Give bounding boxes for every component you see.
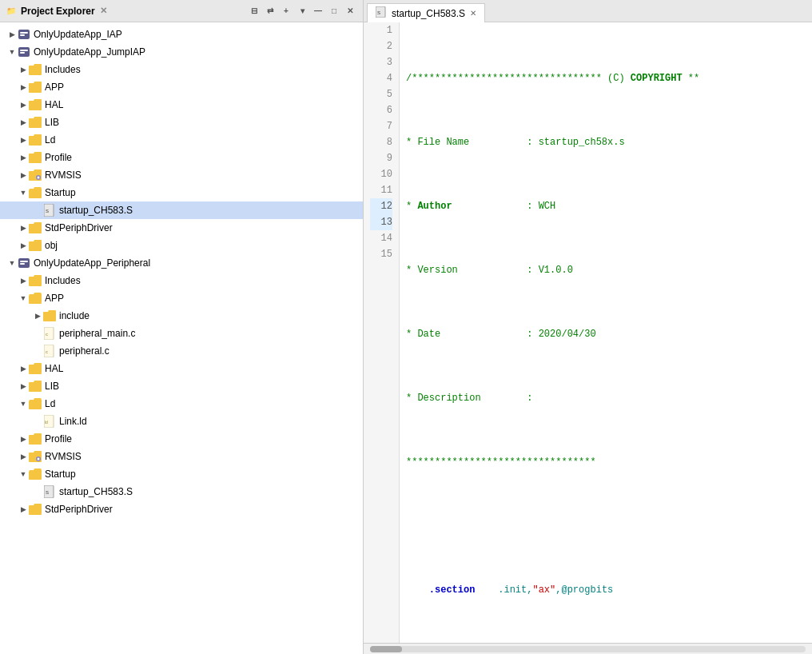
toggle-rvmsis-2[interactable]: ▶ [18,451,29,462]
tree-item-rvmsis-1[interactable]: ▶ RVMSIS [0,166,363,184]
folder-open-icon-2 [29,292,42,305]
toggle-lib-2[interactable]: ▶ [18,381,29,392]
tree-item-profile-2[interactable]: ▶ Profile [0,430,363,448]
new-icon[interactable]: + [280,5,293,18]
maximize-icon[interactable]: □ [328,5,340,18]
tree-item-peripheral-main-c[interactable]: c peripheral_main.c [0,325,363,342]
tree-item-onlyupdateapp-jumpiap[interactable]: ▼ OnlyUpdateApp_JumpIAP [0,43,363,61]
folder-open-icon [29,186,42,199]
line-num: 3 [370,54,392,70]
toggle-profile-2[interactable]: ▶ [18,433,29,445]
rvmsis-icon-2 [29,450,42,463]
tree-item-ld-1[interactable]: ▶ Ld [0,131,363,149]
line-num: 1 [370,22,392,38]
line-numbers: 1 2 3 4 5 6 7 8 9 10 11 12 13 14 15 [364,22,400,643]
tree-item-hal-2[interactable]: ▶ HAL [0,360,363,377]
code-line-6: * Description : [406,390,806,406]
tree-label: peripheral.c [59,345,109,357]
tree-item-app-2[interactable]: ▼ APP [0,289,363,307]
tree-item-stdperiphdriver-2[interactable]: ▶ StdPeriphDriver [0,500,363,518]
toggle-stdperiphdriver-1[interactable]: ▶ [18,222,29,233]
line-num: 6 [370,102,392,118]
tree-item-startup-1[interactable]: ▼ Startup [0,184,363,201]
tree-label: HAL [45,99,63,110]
toggle-profile-1[interactable]: ▶ [18,152,29,163]
tree-item-peripheral-c[interactable]: c peripheral.c [0,342,363,360]
tree-item-link-ld[interactable]: ld Link.ld [0,413,363,430]
tree-item-obj-1[interactable]: ▶ obj [0,237,363,254]
tree-item-rvmsis-2[interactable]: ▶ RVMSIS [0,448,363,465]
toggle-app-1[interactable]: ▶ [18,82,29,93]
tree-label: APP [45,293,64,304]
tree-item-lib-2[interactable]: ▶ LIB [0,377,363,395]
tree-item-startup-2[interactable]: ▼ Startup [0,465,363,483]
tab-close-button[interactable]: ✕ [470,9,476,18]
tree-item-onlyupdateapp-peripheral[interactable]: ▼ OnlyUpdateApp_Peripheral [0,254,363,272]
toggle-startup-2[interactable]: ▼ [18,469,29,480]
toggle-lib-1[interactable]: ▶ [18,117,29,128]
toggle-hal-2[interactable]: ▶ [18,363,29,374]
toggle-hal-1[interactable]: ▶ [18,99,29,110]
includes-folder-icon [29,63,42,76]
line-num: 2 [370,38,392,54]
tree-item-stdperiphdriver-1[interactable]: ▶ StdPeriphDriver [0,219,363,237]
code-text: /********************************* (C) [406,70,631,86]
tree-item-startup-file-2[interactable]: S startup_CH583.S [0,483,363,500]
editor-panel: S startup_CH583.S ✕ 1 2 3 4 5 6 7 8 9 10… [364,0,812,654]
scroll-track[interactable] [370,646,806,652]
tree-item-ld-2[interactable]: ▼ Ld [0,395,363,413]
tree-item-app-1[interactable]: ▶ APP [0,78,363,96]
collapse-all-icon[interactable]: ⊟ [248,5,261,18]
svg-rect-1 [20,32,28,34]
toggle-ld-2[interactable]: ▼ [18,398,29,409]
tree-label: RVMSIS [45,169,82,181]
editor-content-area[interactable]: 1 2 3 4 5 6 7 8 9 10 11 12 13 14 15 /***… [364,22,812,643]
toggle-onlyupdateapp-iap[interactable]: ▶ [6,29,18,40]
tree-item-includes-1[interactable]: ▶ Includes [0,61,363,78]
tree-label: startup_CH583.S [59,205,133,216]
code-text: ********************************* [406,454,596,470]
toggle-includes-2[interactable]: ▶ [18,275,29,286]
tree-item-include-2[interactable]: ▶ include [0,307,363,325]
toggle-obj-1[interactable]: ▶ [18,240,29,251]
toggle-include-2[interactable]: ▶ [32,310,43,321]
link-editor-icon[interactable]: ⇄ [264,5,277,18]
scroll-thumb[interactable] [370,646,402,652]
tree-item-startup-file-1[interactable]: S startup_CH583.S [0,201,363,219]
tree-item-hal-1[interactable]: ▶ HAL [0,96,363,114]
editor-tab-startup[interactable]: S startup_CH583.S ✕ [367,3,485,22]
panel-title-area: 📁 Project Explorer ✕ [6,6,107,17]
folder-icon [29,116,42,129]
svg-point-7 [38,177,40,179]
tab-filename: startup_CH583.S [392,8,465,19]
toggle-onlyupdateapp-jumpiap[interactable]: ▼ [6,46,18,58]
toggle-ld-1[interactable]: ▶ [18,134,29,146]
toggle-startup-1[interactable]: ▼ [18,187,29,198]
svg-text:c: c [46,332,48,337]
toggle-onlyupdateapp-peripheral[interactable]: ▼ [6,257,18,269]
toggle-rvmsis-1[interactable]: ▶ [18,169,29,181]
toggle-app-2[interactable]: ▼ [18,293,29,304]
code-text: * File Name : startup_ch58x.s [406,134,625,150]
tree-item-profile-1[interactable]: ▶ Profile [0,149,363,166]
close-panel-icon[interactable]: ✕ [344,5,356,18]
toggle-includes-1[interactable]: ▶ [18,64,29,75]
toggle-stdperiphdriver-2[interactable]: ▶ [18,504,29,515]
tree-item-lib-1[interactable]: ▶ LIB [0,114,363,131]
line-num: 7 [370,118,392,134]
toggle-spacer [32,205,43,216]
horizontal-scrollbar[interactable] [364,643,812,654]
file-s-icon-2: S [43,485,56,498]
code-text [475,582,498,598]
code-line-2: * File Name : startup_ch58x.s [406,134,806,150]
tree-item-onlyupdateapp-iap[interactable]: ▶ OnlyUpdateApp_IAP [0,26,363,43]
folder-icon [29,239,42,252]
dropdown-icon[interactable]: ▾ [296,5,308,18]
project-explorer-panel: 📁 Project Explorer ✕ ⊟ ⇄ + ▾ — □ ✕ ▶ [0,0,364,654]
svg-rect-4 [20,50,28,51]
code-text: ,@progbits [555,582,613,598]
code-content[interactable]: /********************************* (C) C… [400,22,812,643]
tree-item-includes-2[interactable]: ▶ Includes [0,272,363,289]
code-line-9: .section .init,"ax",@progbits [406,582,806,598]
minimize-icon[interactable]: — [312,5,324,18]
